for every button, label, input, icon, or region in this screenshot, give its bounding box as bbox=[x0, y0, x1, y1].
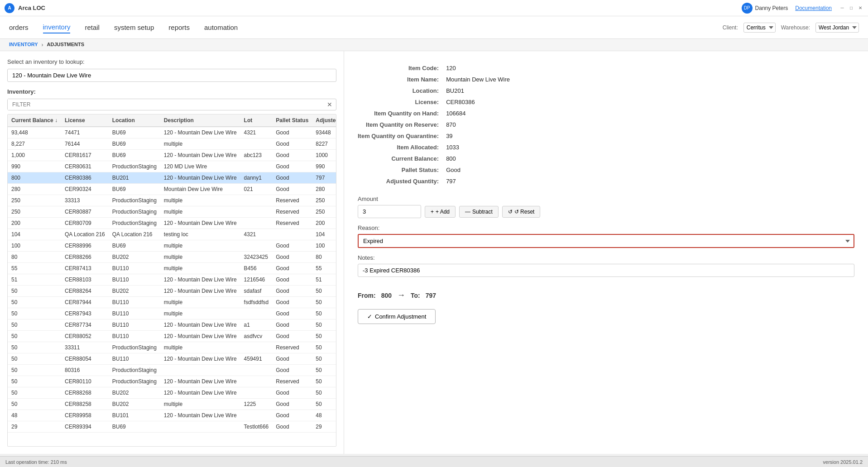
filter-input[interactable] bbox=[8, 99, 323, 110]
select-inventory-label: Select an inventory to lookup: bbox=[7, 58, 336, 65]
table-cell: Good bbox=[272, 319, 312, 331]
table-cell: 50 bbox=[8, 319, 61, 331]
amount-input[interactable] bbox=[358, 205, 421, 218]
nav-item-orders[interactable]: orders bbox=[9, 22, 29, 33]
table-cell: 50 bbox=[8, 399, 61, 410]
table-row[interactable]: 50CER88264BU202120 - Mountain Dew Live W… bbox=[8, 286, 336, 297]
nav-item-inventory[interactable]: inventory bbox=[43, 21, 71, 33]
inventory-table: Current Balance ↓ License Location Descr… bbox=[8, 114, 336, 433]
table-cell: 50 bbox=[312, 297, 336, 308]
table-row[interactable]: 50CER87943BU110multipleGood50 bbox=[8, 308, 336, 319]
table-row[interactable]: 51CER88103BU110120 - Mountain Dew Live W… bbox=[8, 274, 336, 286]
notes-input[interactable] bbox=[358, 264, 854, 277]
table-cell: 50 bbox=[312, 353, 336, 365]
table-row[interactable]: 8,22776144BU69multipleGood8227 bbox=[8, 138, 336, 150]
inventory-table-container[interactable]: Current Balance ↓ License Location Descr… bbox=[7, 114, 336, 447]
table-cell: Good bbox=[272, 274, 312, 286]
minus-icon: — bbox=[465, 209, 470, 215]
nav-item-automation[interactable]: automation bbox=[204, 22, 238, 33]
table-cell: 32423425 bbox=[240, 252, 273, 263]
table-cell: BU110 bbox=[109, 353, 160, 365]
table-row[interactable]: 1,000CER81617BU69120 - Mountain Dew Live… bbox=[8, 150, 336, 161]
from-label: From: bbox=[358, 292, 376, 299]
reset-icon: ↺ bbox=[508, 209, 513, 215]
breadcrumb-parent[interactable]: INVENTORY bbox=[9, 42, 38, 48]
notes-label: Notes: bbox=[358, 254, 854, 261]
reset-button[interactable]: ↺ ↺ Reset bbox=[502, 206, 541, 218]
table-cell: 120 - Mountain Dew Live Wire bbox=[160, 286, 240, 297]
client-select[interactable]: Cerritus bbox=[743, 23, 776, 33]
table-cell: 50 bbox=[8, 387, 61, 399]
table-row[interactable]: 48CER89958BU101120 - Mountain Dew Live W… bbox=[8, 410, 336, 421]
table-cell: multiple bbox=[160, 240, 240, 252]
table-row[interactable]: 25033313ProductionStagingmultipleReserve… bbox=[8, 195, 336, 206]
table-cell: 250 bbox=[8, 206, 61, 218]
qty-on-quarantine-label: Item Quantity on Quarantine: bbox=[358, 133, 439, 139]
table-row[interactable]: 50CER80110ProductionStaging120 - Mountai… bbox=[8, 376, 336, 387]
table-cell: 104 bbox=[8, 229, 61, 240]
table-row[interactable]: 29CER89394BU69Testlot666Good29 bbox=[8, 421, 336, 433]
subtract-label: Subtract bbox=[472, 209, 493, 215]
add-button[interactable]: + + Add bbox=[425, 206, 456, 218]
table-row[interactable]: 50CER88054BU110120 - Mountain Dew Live W… bbox=[8, 353, 336, 365]
warehouse-select[interactable]: West Jordan bbox=[815, 23, 859, 33]
table-row[interactable]: 104QA Location 216QA Location 216testing… bbox=[8, 229, 336, 240]
maximize-button[interactable]: □ bbox=[848, 5, 854, 11]
reason-select[interactable]: Expired Damaged Lost Other bbox=[358, 234, 854, 248]
table-row[interactable]: 55CER87413BU110multipleB456Good55 bbox=[8, 263, 336, 274]
table-cell: 990 bbox=[312, 161, 336, 172]
table-row[interactable]: 50CER87734BU110120 - Mountain Dew Live W… bbox=[8, 319, 336, 331]
col-location: Location bbox=[109, 114, 160, 127]
table-cell: multiple bbox=[160, 195, 240, 206]
client-warehouse-selector: Client: Cerritus Warehouse: West Jordan bbox=[723, 23, 859, 33]
table-row[interactable]: 50CER88052BU110120 - Mountain Dew Live W… bbox=[8, 331, 336, 342]
table-row[interactable]: 80CER88266BU202multiple32423425Good80 bbox=[8, 252, 336, 263]
table-row[interactable]: 800CER80386BU201120 - Mountain Dew Live … bbox=[8, 172, 336, 184]
nav-item-reports[interactable]: reports bbox=[168, 22, 190, 33]
to-label: To: bbox=[411, 292, 420, 299]
table-cell: 250 bbox=[8, 195, 61, 206]
table-row[interactable]: 990CER80631ProductionStaging120 MD Live … bbox=[8, 161, 336, 172]
table-row[interactable]: 200CER80709ProductionStaging120 - Mounta… bbox=[8, 218, 336, 229]
table-cell: 280 bbox=[8, 184, 61, 195]
table-cell: BU202 bbox=[109, 286, 160, 297]
filter-clear-button[interactable]: ✕ bbox=[323, 99, 336, 110]
col-description: Description bbox=[160, 114, 240, 127]
reason-label: Reason: bbox=[358, 224, 854, 231]
table-row[interactable]: 50CER88268BU202120 - Mountain Dew Live W… bbox=[8, 387, 336, 399]
table-row[interactable]: 50CER88258BU202multiple1225Good50 bbox=[8, 399, 336, 410]
subtract-button[interactable]: — Subtract bbox=[459, 206, 499, 218]
table-row[interactable]: 50CER87944BU110multiplefsdfsddfsdGood50 bbox=[8, 297, 336, 308]
confirm-adjustment-button[interactable]: ✓ Confirm Adjustment bbox=[358, 309, 436, 324]
table-row[interactable]: 5080316ProductionStagingGood50 bbox=[8, 365, 336, 376]
table-cell: 120 - Mountain Dew Live Wire bbox=[160, 218, 240, 229]
item-name-value: Mountain Dew Live Wire bbox=[446, 76, 854, 83]
user-info: DP Danny Peters bbox=[742, 3, 788, 14]
table-cell: 800 bbox=[8, 172, 61, 184]
nav-item-retail[interactable]: retail bbox=[85, 22, 100, 33]
table-row[interactable]: 100CER88996BU69multipleGood100 bbox=[8, 240, 336, 252]
table-cell: danny1 bbox=[240, 172, 273, 184]
table-cell: CER80709 bbox=[61, 218, 109, 229]
table-row[interactable]: 93,44874471BU69120 - Mountain Dew Live W… bbox=[8, 127, 336, 138]
table-cell: CER80631 bbox=[61, 161, 109, 172]
close-button[interactable]: ✕ bbox=[857, 5, 863, 11]
table-row[interactable]: 250CER80887ProductionStagingmultipleRese… bbox=[8, 206, 336, 218]
table-cell: multiple bbox=[160, 297, 240, 308]
title-bar-right: DP Danny Peters Documentation ─ □ ✕ bbox=[742, 3, 863, 14]
table-row[interactable]: 5033311ProductionStagingmultipleReserved… bbox=[8, 342, 336, 353]
table-row[interactable]: 280CER90324BU69Mountain Dew Live Wire021… bbox=[8, 184, 336, 195]
table-cell: Testlot666 bbox=[240, 421, 273, 433]
to-value: 797 bbox=[426, 292, 436, 299]
table-cell: CER88996 bbox=[61, 240, 109, 252]
user-avatar: DP bbox=[742, 3, 753, 14]
minimize-button[interactable]: ─ bbox=[839, 5, 845, 11]
table-cell: Good bbox=[272, 172, 312, 184]
nav-item-system-setup[interactable]: system setup bbox=[114, 22, 154, 33]
inventory-search-input[interactable] bbox=[7, 69, 336, 82]
table-cell: CER87413 bbox=[61, 263, 109, 274]
table-cell: 797 bbox=[312, 172, 336, 184]
documentation-link[interactable]: Documentation bbox=[795, 5, 832, 11]
version-info: version 2025.01.2 bbox=[823, 459, 863, 465]
right-panel: Item Code: 120 Item Name: Mountain Dew L… bbox=[344, 51, 868, 454]
